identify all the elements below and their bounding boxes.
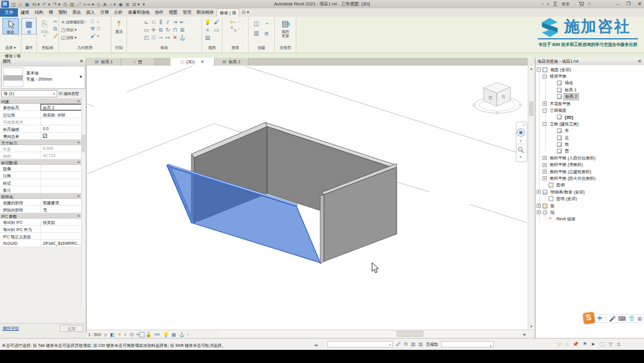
tree-item[interactable]: 标高 1: [535, 87, 644, 93]
property-row[interactable]: 参照标高标高 2: [0, 104, 82, 111]
pick-icon[interactable]: ⌖: [97, 33, 100, 39]
ribbon-tab[interactable]: 注释: [97, 8, 111, 17]
compass-point-icon[interactable]: [496, 112, 499, 115]
apply-button[interactable]: 应用: [60, 325, 83, 332]
parts-icon[interactable]: ◔: [265, 20, 268, 27]
scroll-down-icon[interactable]: ▼: [528, 324, 534, 330]
property-row[interactable]: 导出到 IFC 作为: [0, 226, 82, 233]
render-icon[interactable]: ⛭: [130, 331, 134, 339]
drag-on-selection-icon[interactable]: ➤: [591, 341, 595, 347]
navigation-bar[interactable]: ×▾▾: [516, 122, 528, 162]
ribbon-tab[interactable]: 插入: [83, 8, 97, 17]
checkbox[interactable]: [43, 134, 47, 138]
reveal-hidden-icon[interactable]: 💡: [204, 19, 210, 26]
search-icon[interactable]: ⌕: [547, 1, 549, 7]
view-tab[interactable]: ⌂ 西 ✕: [121, 58, 155, 66]
paint-icon[interactable]: 🖌: [90, 33, 95, 39]
ribbon-tab[interactable]: 分析: [112, 8, 125, 17]
tree-expander-icon[interactable]: +: [543, 176, 547, 180]
scroll-up-icon[interactable]: ▲: [528, 66, 534, 72]
type-selector-dropdown-icon[interactable]: ▼: [79, 75, 83, 79]
trim-icon[interactable]: ⊓: [173, 27, 177, 33]
worksets-icon[interactable]: ⚙: [404, 341, 408, 347]
offset-icon[interactable]: ▭: [144, 27, 149, 33]
reveal-hidden-icon[interactable]: 💡: [163, 331, 169, 339]
tree-item[interactable]: {3D}: [535, 114, 644, 121]
property-row[interactable]: 标记: [0, 179, 82, 186]
ribbon-tab[interactable]: 文件: [0, 8, 18, 17]
tree-item[interactable]: 西: [535, 148, 644, 155]
ribbon-tab[interactable]: 预制: [55, 8, 69, 17]
temporary-hide-icon[interactable]: 👓: [154, 331, 160, 339]
pin-icon[interactable]: 📌: [572, 341, 578, 347]
ribbon-tab[interactable]: 体量和场地: [125, 8, 152, 17]
property-row[interactable]: 图像: [0, 165, 82, 172]
project-browser-close-icon[interactable]: ✕: [637, 58, 642, 65]
detail-level-icon[interactable]: ▱: [104, 331, 107, 339]
tree-item[interactable]: +明细表/数量 (全部): [535, 189, 644, 195]
property-row[interactable]: 与体量相关: [0, 118, 82, 125]
group-icon[interactable]: ▥: [253, 30, 259, 36]
override-graphics-icon[interactable]: 🖌: [214, 19, 219, 26]
join-geometry-icon[interactable]: ◱: [61, 35, 66, 41]
compass-point-icon[interactable]: [519, 104, 522, 107]
type-selector[interactable]: 基本墙 常规 - 200mm ▼: [1, 66, 85, 89]
design-options-icon[interactable]: ▧: [411, 341, 416, 347]
help-icon[interactable]: ? ·: [588, 2, 593, 6]
constraints-icon[interactable]: ⚓: [179, 331, 185, 339]
mirror-axis-icon[interactable]: ⫽: [166, 19, 169, 26]
cope-icon[interactable]: ⎌: [151, 19, 156, 26]
property-section-header[interactable]: 标识数据≙: [0, 159, 82, 165]
tree-item[interactable]: +面积平面 (总建筑面积): [535, 168, 644, 175]
join-end-cut-icon[interactable]: ✕: [61, 19, 65, 26]
unlocked-view-icon[interactable]: 🔓: [145, 331, 151, 339]
wall-front-end[interactable]: [320, 195, 324, 264]
split-gap-icon[interactable]: ⇤: [180, 19, 185, 26]
property-row[interactable]: 拆除的阶段无: [0, 206, 82, 213]
property-row[interactable]: 导出到 IFC按类型: [0, 219, 82, 226]
pin-icon[interactable]: ⇀: [159, 35, 163, 41]
property-row[interactable]: 房间边界: [0, 133, 82, 140]
edit-type-button[interactable]: ⊞ 编辑类型: [58, 90, 85, 97]
wall-update-button[interactable]: ▤↻ 墙的更新: [277, 18, 294, 38]
ime-mode-label[interactable]: 中: [597, 315, 602, 322]
ribbon-tab[interactable]: 结构: [32, 8, 46, 17]
ime-toolbox-icon[interactable]: ⊞: [637, 316, 642, 322]
tree-item[interactable]: 南: [535, 141, 644, 147]
tree-item[interactable]: +天花板平面: [535, 100, 644, 107]
lock-icon[interactable]: ⚓: [179, 35, 185, 41]
demolish-icon[interactable]: ⚒: [90, 26, 95, 32]
properties-button[interactable]: ▦ ⊞: [21, 18, 36, 35]
project-browser-header[interactable]: 项目浏览器 - 项目1.rvt ✕: [535, 58, 644, 65]
tree-item[interactable]: −三维视图: [535, 107, 644, 113]
search-collapse-icon[interactable]: ‹: [542, 2, 543, 6]
user-icon[interactable]: [553, 1, 558, 7]
tree-item[interactable]: +族: [535, 202, 644, 209]
drawing-area[interactable]: 前右×▾▾: [87, 66, 528, 330]
property-row[interactable]: 定位线面层面: 外部: [0, 111, 82, 118]
align-icon[interactable]: ⊾: [144, 19, 149, 26]
mirror-pick-icon[interactable]: ⫼: [159, 19, 162, 26]
tree-item[interactable]: +面积平面 (人防分区面积): [535, 155, 644, 161]
measure-between-icon[interactable]: ⤡ ·: [231, 26, 240, 32]
view-cube[interactable]: 前右: [472, 82, 522, 115]
array-icon[interactable]: ⊞: [180, 27, 185, 33]
selection-filter-combo[interactable]: 墙 (1)∨: [1, 90, 57, 97]
unjoin-icon[interactable]: ⚿: [97, 26, 100, 32]
rotate-icon[interactable]: ↻: [166, 27, 171, 33]
cut-geometry-icon[interactable]: ◳: [61, 27, 66, 33]
ime-keyboard-icon[interactable]: ⌨: [618, 316, 626, 322]
collapse-icon[interactable]: ‹: [187, 331, 189, 339]
ribbon-tab[interactable]: 管理: [180, 8, 194, 17]
property-row[interactable]: IFC 预定义类型: [0, 233, 82, 240]
modify-button[interactable]: 修改: [2, 18, 19, 35]
create-similar-icon[interactable]: ⧈: [265, 30, 268, 36]
property-section-header[interactable]: 阶段化≙: [0, 193, 82, 199]
ime-punct-icon[interactable]: ’,: [605, 316, 607, 321]
copy-icon[interactable]: ⧉: [159, 27, 162, 33]
edit-linked-icon[interactable]: ⌂: [565, 341, 568, 347]
horizontal-scroll-thumb[interactable]: [397, 331, 423, 337]
signin-label[interactable]: 登录: [561, 1, 569, 7]
property-row[interactable]: 标高偏移0.0: [0, 125, 82, 133]
ribbon-tab[interactable]: 修改 | 墙: [216, 8, 239, 17]
